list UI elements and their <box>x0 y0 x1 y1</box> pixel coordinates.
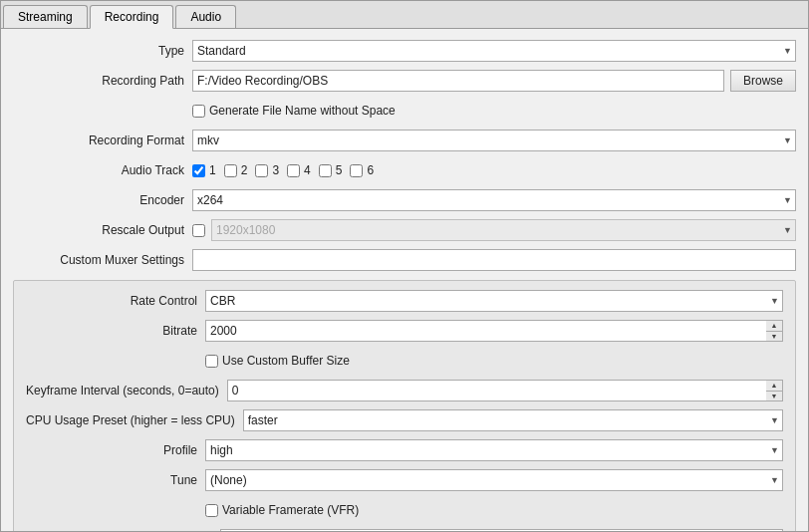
generate-filename-checkbox[interactable] <box>192 105 205 118</box>
generate-filename-row: Generate File Name without Space <box>13 99 796 123</box>
audio-track-1-label[interactable]: 1 <box>192 163 216 177</box>
audio-track-control: 1 2 3 4 <box>192 163 796 177</box>
audio-track-6-checkbox[interactable] <box>350 164 363 177</box>
custom-muxer-label: Custom Muxer Settings <box>13 253 192 267</box>
audio-track-2-text: 2 <box>241 163 248 177</box>
tune-row: Tune (None) <box>26 468 783 492</box>
bitrate-spinbox: ▲ ▼ <box>205 320 783 342</box>
rescale-output-control: 1920x1080 <box>192 219 796 241</box>
encoder-select[interactable]: x264 <box>192 189 796 211</box>
cpu-preset-row: CPU Usage Preset (higher = less CPU) fas… <box>26 408 783 432</box>
rate-control-row: Rate Control CBR <box>26 289 783 313</box>
encoder-control: x264 <box>192 189 796 211</box>
rate-control-control: CBR <box>205 290 783 312</box>
bitrate-label: Bitrate <box>26 324 205 338</box>
recording-path-row: Recording Path Browse <box>13 69 796 93</box>
audio-track-4-label[interactable]: 4 <box>287 163 311 177</box>
keyframe-spin-up[interactable]: ▲ <box>766 381 782 392</box>
rescale-output-checkbox[interactable] <box>192 224 205 237</box>
tab-recording[interactable]: Recording <box>90 5 174 29</box>
x264-options-input[interactable] <box>220 529 783 531</box>
audio-track-3-checkbox[interactable] <box>255 164 268 177</box>
recording-format-control: mkv <box>192 130 796 151</box>
bitrate-input[interactable] <box>205 320 766 342</box>
keyframe-spin-buttons: ▲ ▼ <box>766 380 783 401</box>
rescale-resolution-select[interactable]: 1920x1080 <box>211 219 796 241</box>
content-area: Type Standard Recording Path Browse <box>1 29 808 531</box>
tab-bar: Streaming Recording Audio <box>1 1 808 29</box>
audio-track-6-text: 6 <box>367 163 374 177</box>
variable-framerate-control: Variable Framerate (VFR) <box>205 503 783 517</box>
keyframe-spin-down[interactable]: ▼ <box>766 392 782 401</box>
recording-format-label: Recording Format <box>13 133 192 147</box>
audio-track-3-text: 3 <box>272 163 279 177</box>
variable-framerate-checkbox-label[interactable]: Variable Framerate (VFR) <box>205 503 359 517</box>
profile-control: high <box>205 439 783 461</box>
encoder-row: Encoder x264 <box>13 188 796 212</box>
cpu-preset-select-wrapper: faster <box>243 409 783 431</box>
bitrate-control: ▲ ▼ <box>205 320 783 342</box>
cpu-preset-select[interactable]: faster <box>243 409 783 431</box>
rescale-row: 1920x1080 <box>192 219 796 241</box>
audio-track-6-label[interactable]: 6 <box>350 163 374 177</box>
rate-control-label: Rate Control <box>26 294 205 308</box>
audio-track-5-checkbox[interactable] <box>319 164 332 177</box>
variable-framerate-text: Variable Framerate (VFR) <box>222 503 359 517</box>
keyframe-label: Keyframe Interval (seconds, 0=auto) <box>26 384 227 398</box>
bitrate-spin-up[interactable]: ▲ <box>766 321 782 332</box>
custom-muxer-input[interactable] <box>192 249 796 271</box>
variable-framerate-checkbox[interactable] <box>205 504 218 517</box>
custom-buffer-row: Use Custom Buffer Size <box>26 349 783 373</box>
type-control: Standard <box>192 40 796 62</box>
bitrate-row: Bitrate ▲ ▼ <box>26 319 783 343</box>
rescale-output-label: Rescale Output <box>13 223 192 237</box>
profile-select[interactable]: high <box>205 439 783 461</box>
audio-track-3-label[interactable]: 3 <box>255 163 279 177</box>
audio-track-label: Audio Track <box>13 163 192 177</box>
x264-options-row: x264 Options (separated by space) <box>26 528 783 531</box>
keyframe-input[interactable] <box>227 380 766 401</box>
browse-button[interactable]: Browse <box>730 70 796 92</box>
encoder-select-wrapper: x264 <box>192 189 796 211</box>
audio-tracks-group: 1 2 3 4 <box>192 163 374 177</box>
tune-select-wrapper: (None) <box>205 469 783 491</box>
bitrate-spin-buttons: ▲ ▼ <box>766 320 783 342</box>
custom-muxer-control <box>192 249 796 271</box>
rate-control-select[interactable]: CBR <box>205 290 783 312</box>
tab-audio[interactable]: Audio <box>175 5 236 28</box>
audio-track-5-label[interactable]: 5 <box>319 163 343 177</box>
path-row: Browse <box>192 70 796 92</box>
audio-track-4-checkbox[interactable] <box>287 164 300 177</box>
tune-select[interactable]: (None) <box>205 469 783 491</box>
custom-muxer-row: Custom Muxer Settings <box>13 248 796 272</box>
custom-buffer-checkbox[interactable] <box>205 355 218 368</box>
x264-options-control <box>220 529 783 531</box>
type-select[interactable]: Standard <box>192 40 796 62</box>
recording-path-label: Recording Path <box>13 74 192 88</box>
recording-path-input[interactable] <box>192 70 724 92</box>
encoder-label: Encoder <box>13 193 192 207</box>
variable-framerate-row: Variable Framerate (VFR) <box>26 498 783 522</box>
custom-buffer-checkbox-label[interactable]: Use Custom Buffer Size <box>205 354 350 368</box>
generate-filename-checkbox-label[interactable]: Generate File Name without Space <box>192 104 396 118</box>
profile-row: Profile high <box>26 438 783 462</box>
recording-format-select[interactable]: mkv <box>192 130 796 151</box>
tab-streaming[interactable]: Streaming <box>3 5 88 28</box>
recording-path-control: Browse <box>192 70 796 92</box>
audio-track-1-text: 1 <box>209 163 216 177</box>
generate-filename-text: Generate File Name without Space <box>209 104 396 118</box>
audio-track-2-checkbox[interactable] <box>224 164 237 177</box>
bottom-section-panel: Rate Control CBR Bitrate ▲ <box>13 280 796 531</box>
main-container: Streaming Recording Audio Type Standard <box>0 0 809 532</box>
bitrate-spin-down[interactable]: ▼ <box>766 332 782 342</box>
audio-track-2-label[interactable]: 2 <box>224 163 248 177</box>
audio-track-1-checkbox[interactable] <box>192 164 205 177</box>
cpu-preset-control: faster <box>243 409 783 431</box>
rescale-resolution-wrapper: 1920x1080 <box>211 219 796 241</box>
keyframe-spinbox: ▲ ▼ <box>227 380 783 401</box>
rescale-output-row: Rescale Output 1920x1080 <box>13 218 796 242</box>
tune-control: (None) <box>205 469 783 491</box>
type-select-wrapper: Standard <box>192 40 796 62</box>
keyframe-row: Keyframe Interval (seconds, 0=auto) ▲ ▼ <box>26 379 783 402</box>
audio-track-row: Audio Track 1 2 3 <box>13 158 796 182</box>
